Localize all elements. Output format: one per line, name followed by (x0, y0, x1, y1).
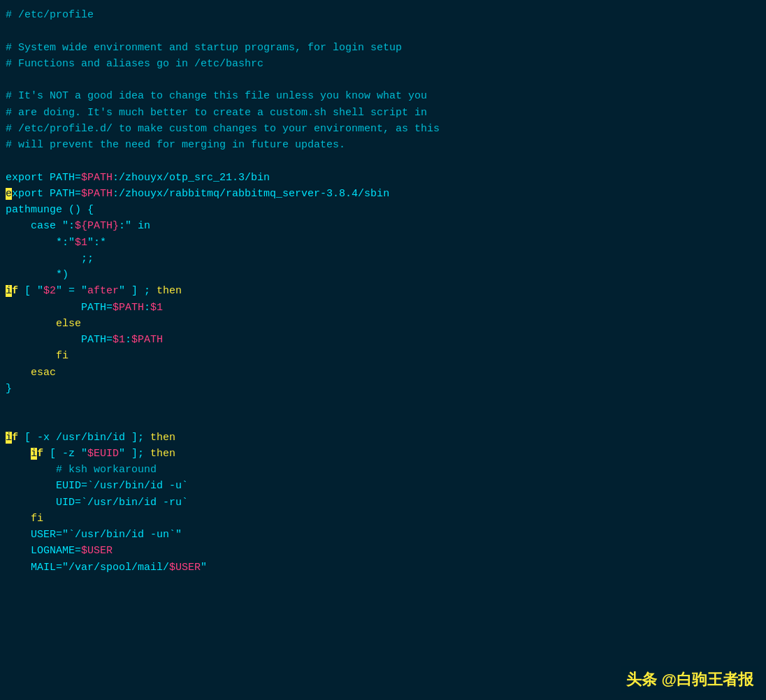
code-line: pathmunge () { (6, 202, 760, 218)
code-line: case ":${PATH}:" in (6, 218, 760, 234)
code-line (6, 72, 760, 88)
code-line: if [ -x /usr/bin/id ]; then (6, 430, 760, 446)
code-line: # are doing. It's much better to create … (6, 105, 760, 121)
watermark: 头条 @白驹王者报 (621, 666, 759, 693)
code-line: EUID=`/usr/bin/id -u` (6, 478, 760, 494)
code-line: else (6, 316, 760, 332)
code-editor: # /etc/profile # System wide environment… (0, 0, 766, 583)
code-line: *) (6, 267, 760, 283)
code-line: USER="`/usr/bin/id -un`" (6, 527, 760, 543)
code-line: PATH=$PATH:$1 (6, 300, 760, 316)
code-line: # will prevent the need for merging in f… (6, 137, 760, 153)
code-line: MAIL="/var/spool/mail/$USER" (6, 560, 760, 576)
code-line: } (6, 381, 760, 397)
code-line (6, 397, 760, 413)
code-line: if [ "$2" = "after" ] ; then (6, 283, 760, 299)
code-line: # /etc/profile (6, 7, 760, 23)
code-line: PATH=$1:$PATH (6, 332, 760, 348)
code-line: # System wide environment and startup pr… (6, 40, 760, 56)
code-line: LOGNAME=$USER (6, 543, 760, 559)
code-line (6, 413, 760, 429)
code-line: fi (6, 511, 760, 527)
code-line: export PATH=$PATH:/zhouyx/otp_src_21.3/b… (6, 170, 760, 186)
code-line: UID=`/usr/bin/id -ru` (6, 495, 760, 511)
code-line: # /etc/profile.d/ to make custom changes… (6, 121, 760, 137)
code-line: # ksh workaround (6, 462, 760, 478)
code-line (6, 23, 760, 39)
code-line: # Functions and aliases go in /etc/bashr… (6, 56, 760, 72)
code-line: fi (6, 348, 760, 364)
code-line: ;; (6, 251, 760, 267)
code-line: *:"$1":* (6, 235, 760, 251)
code-line (6, 153, 760, 169)
code-line: esac (6, 365, 760, 381)
code-line: # It's NOT a good idea to change this fi… (6, 88, 760, 104)
code-line: export PATH=$PATH:/zhouyx/rabbitmq/rabbi… (6, 186, 760, 202)
code-line: if [ -z "$EUID" ]; then (6, 446, 760, 462)
